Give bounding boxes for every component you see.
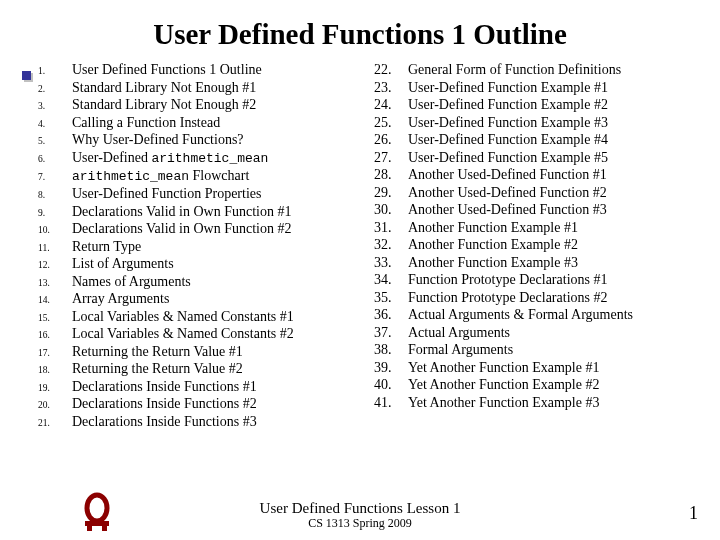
item-text: User-Defined Function Example #4 <box>408 131 608 149</box>
outline-item: 23.User-Defined Function Example #1 <box>374 79 700 97</box>
outline-item: 33.Another Function Example #3 <box>374 254 700 272</box>
item-text: User-Defined Function Example #3 <box>408 114 608 132</box>
outline-item: 21.Declarations Inside Functions #3 <box>38 413 364 431</box>
outline-item: 17.Returning the Return Value #1 <box>38 343 364 361</box>
outline-item: 30.Another Used-Defined Function #3 <box>374 201 700 219</box>
item-number: 35. <box>374 289 408 307</box>
item-number: 17. <box>38 348 72 360</box>
item-text: User-Defined Function Example #5 <box>408 149 608 167</box>
outline-item: 5.Why User-Defined Functions? <box>38 131 364 149</box>
item-number: 10. <box>38 225 72 237</box>
outline-item: 39.Yet Another Function Example #1 <box>374 359 700 377</box>
item-number: 27. <box>374 149 408 167</box>
item-text: User-Defined Function Example #1 <box>408 79 608 97</box>
item-text: Array Arguments <box>72 290 169 308</box>
outline-item: 12.List of Arguments <box>38 255 364 273</box>
outline-item: 22.General Form of Function Definitions <box>374 61 700 79</box>
outline-item: 7. arithmetic_mean Flowchart <box>38 167 364 185</box>
outline-item: 29.Another Used-Defined Function #2 <box>374 184 700 202</box>
item-number: 29. <box>374 184 408 202</box>
outline-column-left: 1.User Defined Functions 1 Outline2.Stan… <box>38 61 364 430</box>
outline-item: 11.Return Type <box>38 238 364 256</box>
item-text: Another Function Example #1 <box>408 219 578 237</box>
content-area: 1.User Defined Functions 1 Outline2.Stan… <box>0 61 720 430</box>
item-number: 8. <box>38 190 72 202</box>
item-number: 36. <box>374 306 408 324</box>
item-text: Standard Library Not Enough #2 <box>72 96 256 114</box>
outline-item: 24.User-Defined Function Example #2 <box>374 96 700 114</box>
item-text: Another Used-Defined Function #2 <box>408 184 607 202</box>
item-text: List of Arguments <box>72 255 174 273</box>
item-number: 7. <box>38 172 72 184</box>
item-text: Another Function Example #2 <box>408 236 578 254</box>
outline-item: 35.Function Prototype Declarations #2 <box>374 289 700 307</box>
page-number: 1 <box>689 503 698 524</box>
item-number: 6. <box>38 154 72 166</box>
item-number: 22. <box>374 61 408 79</box>
footer-course: CS 1313 Spring 2009 <box>260 517 461 530</box>
item-number: 15. <box>38 313 72 325</box>
item-text: Why User-Defined Functions? <box>72 131 244 149</box>
outline-item: 40.Yet Another Function Example #2 <box>374 376 700 394</box>
item-number: 30. <box>374 201 408 219</box>
item-text: Declarations Valid in Own Function #1 <box>72 203 291 221</box>
outline-item: 37.Actual Arguments <box>374 324 700 342</box>
outline-item: 38.Formal Arguments <box>374 341 700 359</box>
item-number: 12. <box>38 260 72 272</box>
item-number: 13. <box>38 278 72 290</box>
item-text: Declarations Inside Functions #2 <box>72 395 257 413</box>
outline-item: 28.Another Used-Defined Function #1 <box>374 166 700 184</box>
outline-item: 2.Standard Library Not Enough #1 <box>38 79 364 97</box>
item-text: Returning the Return Value #1 <box>72 343 243 361</box>
outline-item: 16.Local Variables & Named Constants #2 <box>38 325 364 343</box>
item-text: Local Variables & Named Constants #2 <box>72 325 294 343</box>
item-number: 28. <box>374 166 408 184</box>
item-text: Another Used-Defined Function #3 <box>408 201 607 219</box>
outline-item: 3.Standard Library Not Enough #2 <box>38 96 364 114</box>
item-text: User-Defined arithmetic_mean <box>72 149 268 167</box>
outline-item: 4.Calling a Function Instead <box>38 114 364 132</box>
outline-item: 13.Names of Arguments <box>38 273 364 291</box>
item-number: 18. <box>38 365 72 377</box>
outline-item: 25.User-Defined Function Example #3 <box>374 114 700 132</box>
item-text: Yet Another Function Example #2 <box>408 376 599 394</box>
slide: User Defined Functions 1 Outline 1.User … <box>0 0 720 540</box>
outline-item: 14.Array Arguments <box>38 290 364 308</box>
item-text: Formal Arguments <box>408 341 513 359</box>
outline-item: 6.User-Defined arithmetic_mean <box>38 149 364 167</box>
slide-title: User Defined Functions 1 Outline <box>0 0 720 61</box>
item-text: Function Prototype Declarations #2 <box>408 289 607 307</box>
item-text: Another Used-Defined Function #1 <box>408 166 607 184</box>
item-text: Actual Arguments <box>408 324 510 342</box>
item-number: 34. <box>374 271 408 289</box>
outline-item: 31.Another Function Example #1 <box>374 219 700 237</box>
outline-item: 10.Declarations Valid in Own Function #2 <box>38 220 364 238</box>
item-number: 39. <box>374 359 408 377</box>
item-number: 37. <box>374 324 408 342</box>
outline-item: 34.Function Prototype Declarations #1 <box>374 271 700 289</box>
item-text: Declarations Valid in Own Function #2 <box>72 220 291 238</box>
item-text: User Defined Functions 1 Outline <box>72 61 262 79</box>
outline-item: 32.Another Function Example #2 <box>374 236 700 254</box>
item-number: 33. <box>374 254 408 272</box>
item-number: 26. <box>374 131 408 149</box>
outline-item: 26.User-Defined Function Example #4 <box>374 131 700 149</box>
item-text: Another Function Example #3 <box>408 254 578 272</box>
outline-item: 8.User-Defined Function Properties <box>38 185 364 203</box>
item-text: Returning the Return Value #2 <box>72 360 243 378</box>
code-text: arithmetic_mean <box>151 151 268 166</box>
item-number: 24. <box>374 96 408 114</box>
item-text: Return Type <box>72 238 141 256</box>
item-number: 3. <box>38 101 72 113</box>
item-number: 19. <box>38 383 72 395</box>
item-number: 11. <box>38 243 72 255</box>
outline-item: 18.Returning the Return Value #2 <box>38 360 364 378</box>
outline-item: 1.User Defined Functions 1 Outline <box>38 61 364 79</box>
outline-item: 20.Declarations Inside Functions #2 <box>38 395 364 413</box>
item-number: 20. <box>38 400 72 412</box>
outline-item: 15.Local Variables & Named Constants #1 <box>38 308 364 326</box>
outline-item: 41.Yet Another Function Example #3 <box>374 394 700 412</box>
item-text: Declarations Inside Functions #1 <box>72 378 257 396</box>
item-number: 14. <box>38 295 72 307</box>
item-text: Declarations Inside Functions #3 <box>72 413 257 431</box>
